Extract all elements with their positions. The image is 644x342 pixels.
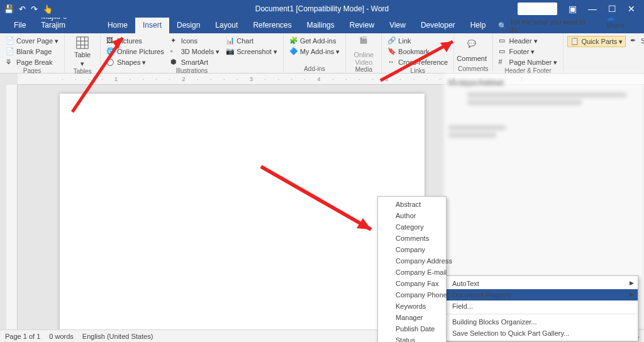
ribbon-display-icon[interactable]: ▣: [569, 4, 577, 14]
comment-button[interactable]: 💬Comment: [458, 36, 486, 65]
page-break-button[interactable]: ⤋Page Break: [4, 57, 60, 67]
quick-parts-menu: 📝AutoText▶ 🏷Document Property▶ ▫Field...…: [434, 275, 638, 341]
shapes-button[interactable]: ◯Shapes ▾: [104, 57, 166, 67]
docprop-company-fax[interactable]: Company Fax: [378, 278, 446, 289]
chart-button[interactable]: 📊Chart: [224, 36, 279, 46]
picture-icon: 🖼: [106, 36, 115, 45]
docprop-company-phone[interactable]: Company Phone: [378, 289, 446, 301]
camera-icon: 📷: [226, 47, 235, 56]
my-addins-button[interactable]: 🔷My Add-ins ▾: [287, 47, 341, 57]
group-comments: Comments: [458, 65, 488, 73]
tab-design[interactable]: Design: [169, 18, 208, 33]
globe-icon: 🌐: [106, 47, 115, 56]
tab-layout[interactable]: Layout: [208, 18, 245, 33]
group-media: Media: [350, 66, 377, 74]
icons-icon: ✦: [170, 36, 179, 45]
page-count[interactable]: Page 1 of 1: [5, 333, 40, 340]
3d-models-button[interactable]: ▫3D Models ▾: [169, 47, 222, 57]
page-icon: 📄: [6, 36, 14, 45]
page-number-button[interactable]: #Page Number ▾: [497, 57, 560, 67]
docprop-company-email[interactable]: Company E-mail: [378, 267, 446, 278]
svg-rect-0: [77, 37, 88, 48]
break-icon: ⤋: [6, 58, 14, 67]
signature-icon: ✒: [630, 36, 639, 45]
cover-page-button[interactable]: 📄Cover Page ▾: [4, 36, 60, 46]
addin-icon: 🔷: [289, 47, 298, 56]
panel-title: Du'aiyya Kalimat: [448, 79, 639, 86]
online-video-button[interactable]: 🎬Online Video: [350, 36, 377, 66]
pictures-button[interactable]: 🖼Pictures: [104, 36, 166, 46]
tab-references[interactable]: References: [245, 18, 299, 33]
building-blocks-item[interactable]: 🧱Building Blocks Organizer...: [435, 316, 638, 328]
smartart-icon: ⬢: [170, 58, 179, 67]
vertical-ruler[interactable]: [6, 85, 18, 329]
document-page[interactable]: [60, 94, 425, 333]
link-button[interactable]: 🔗Link: [386, 36, 450, 46]
ribbon-tabs: File Majlis-e-Tarajim Home Insert Design…: [0, 18, 644, 33]
tab-view[interactable]: View: [382, 18, 413, 33]
signature-line-button[interactable]: ✒Signature Line ▾: [628, 36, 644, 46]
minimize-icon[interactable]: —: [588, 4, 597, 14]
tab-help[interactable]: Help: [463, 18, 494, 33]
docprop-category[interactable]: Category: [378, 221, 446, 233]
header-button[interactable]: ▭Header ▾: [497, 36, 560, 46]
online-pictures-button[interactable]: 🌐Online Pictures: [104, 47, 166, 57]
search-icon: 🔍: [498, 22, 507, 30]
tab-review[interactable]: Review: [342, 18, 382, 33]
cross-reference-button[interactable]: ↔Cross-reference: [386, 57, 450, 67]
comment-icon: 💬: [465, 40, 479, 53]
field-item[interactable]: ▫Field...: [435, 301, 638, 312]
save-selection-item: 💾Save Selection to Quick Part Gallery...: [435, 328, 638, 339]
bookmark-icon: 🔖: [387, 47, 396, 56]
docprop-comments[interactable]: Comments: [378, 233, 446, 244]
screenshot-button[interactable]: 📷Screenshot ▾: [224, 47, 279, 57]
tab-developer[interactable]: Developer: [413, 18, 463, 33]
blank-page-button[interactable]: 📄Blank Page: [4, 47, 60, 57]
shapes-icon: ◯: [106, 58, 115, 67]
footer-button[interactable]: ▭Footer ▾: [497, 47, 560, 57]
language[interactable]: English (United States): [82, 333, 153, 340]
get-addins-button[interactable]: 🧩Get Add-ins: [287, 36, 341, 46]
docprop-author[interactable]: Author: [378, 210, 446, 221]
pagenum-icon: #: [499, 58, 508, 67]
tab-home[interactable]: Home: [100, 18, 135, 33]
ribbon: 📄Cover Page ▾ 📄Blank Page ⤋Page Break Pa…: [0, 33, 644, 74]
group-addins: Add-ins: [287, 65, 341, 73]
tab-mailings[interactable]: Mailings: [299, 18, 342, 33]
autotext-item[interactable]: 📝AutoText▶: [435, 278, 638, 289]
docprop-status[interactable]: Status: [378, 334, 446, 342]
tell-me[interactable]: 🔍Tell me what you want to do: [493, 18, 597, 33]
footer-icon: ▭: [499, 47, 508, 56]
signin-button[interactable]: Sign in: [518, 3, 557, 15]
docprop-company-address[interactable]: Company Address: [378, 255, 446, 267]
table-icon: [75, 36, 89, 50]
link-icon: 🔗: [387, 36, 396, 45]
smartart-button[interactable]: ⬢SmartArt: [169, 57, 222, 67]
docprop-company[interactable]: Company: [378, 244, 446, 255]
redo-icon[interactable]: ↷: [31, 4, 38, 14]
undo-icon[interactable]: ↶: [19, 4, 26, 14]
tab-insert[interactable]: Insert: [135, 18, 169, 33]
touch-icon[interactable]: 👆: [43, 4, 53, 14]
word-count[interactable]: 0 words: [49, 333, 74, 340]
tab-file[interactable]: File: [6, 18, 33, 33]
docprop-publish-date[interactable]: Publish Date: [378, 323, 446, 334]
video-icon: 🎬: [357, 36, 370, 50]
docprop-manager[interactable]: Manager: [378, 312, 446, 323]
cube-icon: ▫: [170, 47, 179, 56]
bookmark-button[interactable]: 🔖Bookmark: [386, 47, 450, 57]
table-button[interactable]: Table▾: [69, 36, 96, 68]
icons-button[interactable]: ✦Icons: [169, 36, 222, 46]
close-icon[interactable]: ✕: [628, 4, 635, 14]
store-icon: 🧩: [289, 36, 298, 45]
crossref-icon: ↔: [387, 58, 396, 67]
maximize-icon[interactable]: ☐: [608, 4, 616, 14]
quick-parts-button[interactable]: 📋Quick Parts ▾: [567, 36, 626, 47]
save-icon[interactable]: 💾: [4, 4, 14, 14]
document-property-item[interactable]: 🏷Document Property▶: [435, 289, 638, 301]
quickparts-icon: 📋: [570, 37, 579, 46]
chart-icon: 📊: [226, 36, 235, 45]
docprop-keywords[interactable]: Keywords: [378, 301, 446, 312]
docprop-abstract[interactable]: Abstract: [378, 199, 446, 210]
document-property-submenu: Abstract Author Category Comments Compan…: [377, 196, 447, 342]
